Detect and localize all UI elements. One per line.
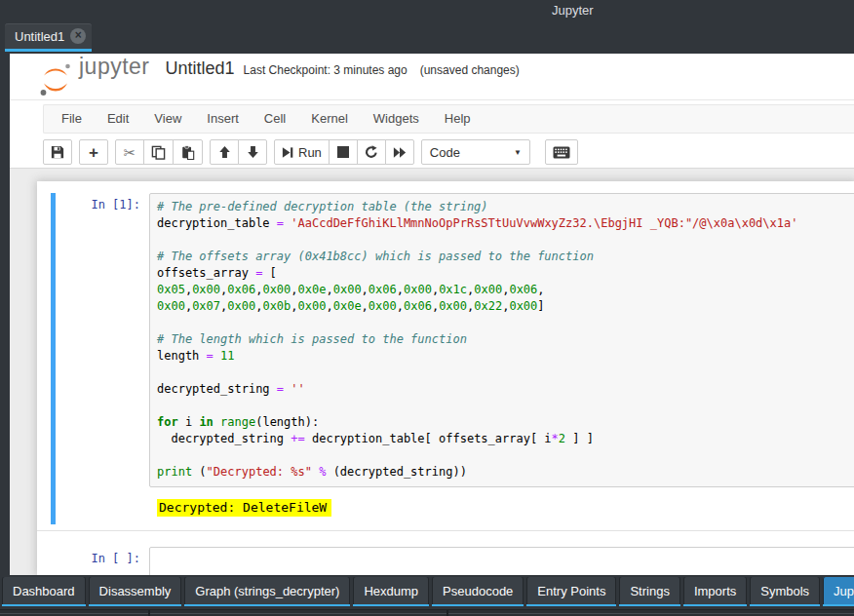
- input-prompt: In [1]:: [51, 193, 149, 487]
- step-forward-icon: [282, 146, 293, 159]
- copy-icon: [151, 145, 166, 160]
- splitter-notch[interactable]: [148, 610, 150, 616]
- keyboard-shortcuts-button[interactable]: [545, 139, 578, 165]
- dock-tab-imports[interactable]: Imports: [683, 577, 747, 606]
- interrupt-kernel-button[interactable]: [329, 139, 358, 165]
- plus-icon: +: [89, 144, 98, 161]
- dock-tab-pseudocode[interactable]: Pseudocode: [432, 577, 524, 606]
- save-icon: [51, 145, 64, 159]
- fast-forward-icon: [393, 146, 407, 159]
- cell-type-value: Code: [430, 145, 460, 160]
- stop-icon: [337, 146, 349, 158]
- window-title: Jupyter: [552, 3, 594, 18]
- menu-file[interactable]: File: [49, 105, 95, 133]
- arrow-up-icon: [218, 145, 231, 159]
- dock-tab-entry-points[interactable]: Entry Points: [526, 577, 616, 606]
- dock-tab-disassembly[interactable]: Disassembly: [89, 577, 182, 606]
- cut-cell-button[interactable]: ✂: [115, 139, 144, 165]
- jupyter-brand: jupyter: [79, 54, 150, 80]
- notebook-header: jupyter Untitled1 Last Checkpoint: 3 min…: [10, 54, 854, 100]
- add-cell-button[interactable]: +: [79, 139, 108, 165]
- paste-cell-button[interactable]: [173, 139, 203, 165]
- menu-widgets[interactable]: Widgets: [361, 105, 432, 133]
- dock-tab-dashboard[interactable]: Dashboard: [2, 577, 86, 606]
- cell-separator: [37, 530, 854, 531]
- code-editor[interactable]: # The pre-defined decryption table (the …: [149, 193, 854, 487]
- splitter-notch[interactable]: [446, 610, 448, 616]
- input-prompt-empty: In [ ]:: [51, 547, 149, 575]
- save-button[interactable]: [43, 139, 72, 165]
- dock-tab-symbols[interactable]: Symbols: [750, 577, 820, 606]
- tab-close-icon[interactable]: ×: [70, 28, 86, 44]
- move-cell-down-button[interactable]: [238, 139, 267, 165]
- copy-cell-button[interactable]: [143, 139, 174, 165]
- menu-edit[interactable]: Edit: [95, 105, 141, 133]
- notebook-menubar: File Edit View Insert Cell Kernel Widget…: [43, 104, 854, 134]
- run-button-label: Run: [298, 145, 322, 160]
- run-button[interactable]: Run: [274, 139, 330, 165]
- splitter-line: [0, 613, 854, 614]
- notebook-page: In [1]: # The pre-defined decryption tab…: [37, 181, 854, 575]
- keyboard-icon: [553, 146, 570, 159]
- jupyter-logo-icon: [39, 62, 72, 97]
- output-prompt: [51, 500, 149, 515]
- restart-kernel-button[interactable]: [357, 139, 386, 165]
- menu-kernel[interactable]: Kernel: [298, 105, 361, 133]
- document-tab-label: Untitled1: [15, 29, 64, 44]
- move-cell-up-button[interactable]: [210, 139, 239, 165]
- menu-help[interactable]: Help: [432, 105, 484, 133]
- notebook-toolbar: + ✂ Run: [43, 139, 854, 165]
- chevron-down-icon: ▼: [514, 148, 522, 157]
- restart-run-all-button[interactable]: [385, 139, 414, 165]
- dock-tab-graph[interactable]: Graph (strings_decrypter): [184, 577, 350, 606]
- menu-view[interactable]: View: [141, 105, 194, 133]
- jupyter-panel: jupyter Untitled1 Last Checkpoint: 3 min…: [10, 54, 854, 575]
- code-cell-2[interactable]: In [ ]:: [37, 547, 854, 575]
- cell-type-select[interactable]: Code ▼: [421, 139, 530, 165]
- selected-cell-indicator: [51, 193, 56, 524]
- menu-insert[interactable]: Insert: [194, 105, 252, 133]
- dock-tab-strings[interactable]: Strings: [619, 577, 679, 606]
- checkpoint-status: Last Checkpoint: 3 minutes ago: [244, 63, 408, 77]
- window-titlebar: Jupyter: [0, 0, 854, 21]
- code-cell-1[interactable]: In [1]: # The pre-defined decryption tab…: [37, 193, 854, 524]
- paste-icon: [180, 145, 195, 160]
- menu-cell[interactable]: Cell: [252, 105, 298, 133]
- dock-tab-bar: Dashboard Disassembly Graph (strings_dec…: [0, 575, 854, 609]
- output-text-highlighted: Decrypted: DeleteFileW: [157, 499, 331, 517]
- empty-code-editor[interactable]: [149, 547, 854, 575]
- scissors-icon: ✂: [124, 145, 136, 160]
- restart-icon: [365, 145, 378, 159]
- cell-output: Decrypted: DeleteFileW: [149, 500, 854, 515]
- notebook-scroll-area: In [1]: # The pre-defined decryption tab…: [10, 168, 854, 575]
- dock-tab-jupyter[interactable]: Jupyter: [823, 577, 854, 606]
- unsaved-status: (unsaved changes): [420, 63, 520, 77]
- notebook-title[interactable]: Untitled1: [166, 58, 235, 79]
- document-tab-untitled1[interactable]: Untitled1 ×: [5, 23, 92, 49]
- arrow-down-icon: [247, 145, 259, 159]
- dock-tab-hexdump[interactable]: Hexdump: [353, 577, 429, 606]
- panel-splitter-strip: [0, 609, 854, 616]
